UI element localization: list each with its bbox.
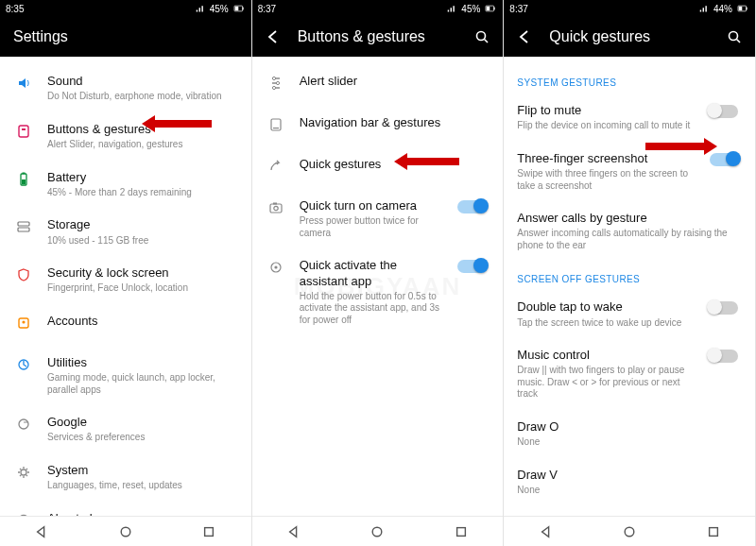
toggle-switch[interactable] <box>710 350 738 363</box>
item-title: Security & lock screen <box>47 265 238 281</box>
nav-recent-icon[interactable] <box>455 525 468 538</box>
nav-recent-icon[interactable] <box>202 525 215 538</box>
item-title: Navigation bar & gestures <box>300 115 490 130</box>
item-desc: Press power button twice for camera <box>300 215 445 239</box>
nav-back-icon[interactable] <box>287 525 301 538</box>
signal-icon <box>195 4 206 13</box>
settings-list[interactable]: SoundDo Not Disturb, earphone mode, vibr… <box>0 57 251 516</box>
item-desc: Swipe with three fingers on the screen t… <box>517 168 696 192</box>
battery-icon <box>736 4 749 13</box>
item-desc: Flip the device on incoming call to mute… <box>517 120 696 132</box>
back-icon[interactable] <box>266 29 281 44</box>
item-title: About phone <box>47 511 238 517</box>
search-icon[interactable] <box>727 29 742 44</box>
system-icon <box>13 463 34 480</box>
list-item[interactable]: Draw VNone <box>504 458 755 506</box>
nav-bar <box>252 516 504 546</box>
list-item[interactable]: Quick activate the assistant appHold the… <box>252 248 504 335</box>
buttons-gestures-list[interactable]: MOBIGYAAN Alert sliderNavigation bar & g… <box>252 57 504 516</box>
list-item[interactable]: Answer calls by gestureAnswer incoming c… <box>504 201 755 261</box>
settings-screen: 8:35 45% Settings SoundDo Not Disturb, e… <box>0 0 252 546</box>
status-battery: 45% <box>461 4 480 14</box>
header: Settings <box>0 17 251 57</box>
nav-home-icon[interactable] <box>370 525 384 538</box>
list-item[interactable]: Alert slider <box>252 64 504 106</box>
nav-back-icon[interactable] <box>540 525 553 538</box>
battery-icon <box>484 4 497 13</box>
gesture-icon <box>266 157 286 174</box>
list-item[interactable]: SystemLanguages, time, reset, updates <box>0 453 251 502</box>
status-bar: 8:37 44% <box>504 0 755 17</box>
toggle-switch[interactable] <box>710 105 738 118</box>
list-item[interactable]: UtilitiesGaming mode, quick launch, app … <box>0 346 251 405</box>
camera-icon <box>266 198 286 215</box>
nav-back-icon[interactable] <box>35 525 48 538</box>
list-item[interactable]: Draw SNone <box>504 505 755 516</box>
item-title: Draw S <box>517 515 742 516</box>
buttons-icon <box>13 122 34 139</box>
item-title: Utilities <box>47 355 238 370</box>
item-desc: Languages, time, reset, updates <box>47 480 238 492</box>
nav-bar <box>0 516 251 546</box>
toggle-switch[interactable] <box>710 153 738 166</box>
item-desc: Hold the power button for 0.5s to activa… <box>300 291 445 327</box>
back-icon[interactable] <box>517 29 532 44</box>
item-title: Sound <box>47 74 238 89</box>
list-item[interactable]: SoundDo Not Disturb, earphone mode, vibr… <box>0 64 251 112</box>
status-time: 8:37 <box>258 4 276 14</box>
item-title: Storage <box>47 217 238 232</box>
list-item[interactable]: Three-finger screenshotSwipe with three … <box>504 142 755 201</box>
item-desc: Draw || with two fingers to play or paus… <box>517 365 696 401</box>
item-desc: Services & preferences <box>47 432 238 444</box>
item-desc: None <box>517 485 742 497</box>
status-time: 8:37 <box>509 4 527 14</box>
quick-gestures-list[interactable]: SYSTEM GESTURESFlip to muteFlip the devi… <box>504 57 755 516</box>
list-item[interactable]: Quick gestures <box>252 147 504 189</box>
buttons-gestures-screen: 8:37 45% Buttons & gestures MOBIGYAAN Al… <box>252 0 505 546</box>
header: Quick gestures <box>504 17 755 57</box>
item-title: Answer calls by gesture <box>517 211 742 226</box>
list-item[interactable]: GoogleServices & preferences <box>0 405 251 453</box>
list-item[interactable]: Accounts <box>0 304 251 346</box>
battery-icon <box>13 170 34 187</box>
list-item[interactable]: Security & lock screenFingerprint, Face … <box>0 256 251 304</box>
toggle-switch[interactable] <box>710 301 738 315</box>
list-item[interactable]: Draw ONone <box>504 410 755 458</box>
section-label: SCREEN OFF GESTURES <box>504 261 755 290</box>
assist-icon <box>266 258 286 275</box>
utilities-icon <box>13 355 34 372</box>
item-desc: Fingerprint, Face Unlock, location <box>47 282 238 295</box>
list-item[interactable]: About phoneONEPLUS A6010 <box>0 502 251 517</box>
toggle-switch[interactable] <box>457 260 486 273</box>
toggle-switch[interactable] <box>457 200 486 213</box>
search-icon[interactable] <box>474 29 490 44</box>
nav-home-icon[interactable] <box>623 525 636 538</box>
list-item[interactable]: Double tap to wakeTap the screen twice t… <box>504 290 755 338</box>
accounts-icon <box>13 314 34 331</box>
nav-home-icon[interactable] <box>119 525 132 538</box>
item-title: Battery <box>47 170 238 185</box>
status-bar: 8:35 45% <box>0 0 251 17</box>
item-desc: 45% - More than 2 days remaining <box>47 187 238 199</box>
list-item[interactable]: Navigation bar & gestures <box>252 106 504 147</box>
page-title: Settings <box>13 28 238 45</box>
list-item[interactable]: Buttons & gesturesAlert Slider, navigati… <box>0 112 251 161</box>
list-item[interactable]: Music controlDraw || with two fingers to… <box>504 338 755 410</box>
status-bar: 8:37 45% <box>252 0 504 17</box>
list-item[interactable]: Battery45% - More than 2 days remaining <box>0 161 251 209</box>
signal-icon <box>698 4 710 13</box>
item-desc: Gaming mode, quick launch, app locker, p… <box>47 372 238 396</box>
page-title: Buttons & gestures <box>298 28 458 45</box>
item-title: Draw V <box>517 468 742 483</box>
item-title: Flip to mute <box>517 103 696 118</box>
battery-icon <box>232 4 246 13</box>
item-title: Buttons & gestures <box>47 122 238 137</box>
item-desc: Alert Slider, navigation, gestures <box>47 139 238 151</box>
nav-recent-icon[interactable] <box>707 525 720 538</box>
list-item[interactable]: Flip to muteFlip the device on incoming … <box>504 94 755 142</box>
status-time: 8:35 <box>6 4 24 14</box>
list-item[interactable]: Quick turn on cameraPress power button t… <box>252 189 504 248</box>
item-title: Quick turn on camera <box>300 198 445 213</box>
list-item[interactable]: Storage10% used - 115 GB free <box>0 208 251 256</box>
google-icon <box>13 415 34 432</box>
